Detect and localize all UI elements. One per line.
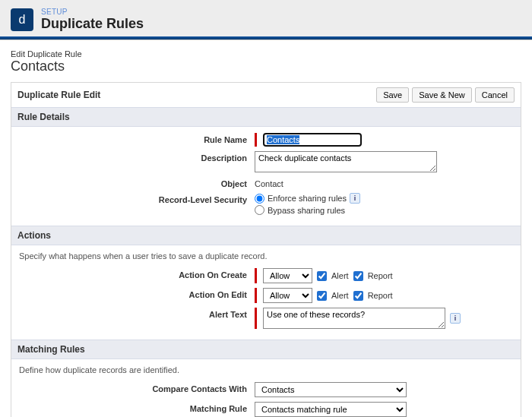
create-report-label: Report: [368, 271, 393, 280]
edit-alert-label: Alert: [331, 291, 349, 300]
rls-enforce-label: Enforce sharing rules: [268, 194, 347, 203]
setup-label: SETUP: [41, 8, 144, 16]
create-report-checkbox[interactable]: [353, 271, 363, 281]
edit-report-checkbox[interactable]: [353, 291, 363, 301]
description-textarea[interactable]: [255, 151, 437, 172]
rls-bypass-radio[interactable]: [255, 205, 264, 215]
actions-help: Specify what happens when a user tries t…: [19, 251, 513, 264]
panel-title: Duplicate Rule Edit: [17, 90, 100, 100]
matching-section: Matching Rules: [11, 340, 521, 359]
rule-name-input[interactable]: [263, 133, 362, 147]
rls-bypass-label: Bypass sharing rules: [268, 206, 345, 215]
alert-text-label: Alert Text: [19, 308, 255, 319]
page-title: Duplicate Rules: [41, 16, 144, 32]
info-icon[interactable]: i: [350, 193, 360, 204]
object-value: Contact: [255, 177, 283, 188]
required-mark-icon: [255, 268, 257, 283]
edit-panel: Duplicate Rule Edit Save Save & New Canc…: [11, 82, 521, 417]
setup-header: d SETUP Duplicate Rules: [0, 0, 532, 40]
cancel-button[interactable]: Cancel: [475, 87, 515, 103]
app-icon: d: [11, 8, 33, 31]
matching-rule-select[interactable]: Contacts matching rule: [255, 402, 407, 417]
info-icon[interactable]: i: [450, 313, 461, 324]
alert-text-textarea[interactable]: [263, 308, 445, 329]
edit-report-label: Report: [368, 291, 393, 300]
save-and-new-button[interactable]: Save & New: [412, 87, 472, 103]
action-on-edit-select[interactable]: Allow: [263, 288, 312, 303]
action-on-edit-label: Action On Edit: [19, 288, 255, 299]
rule-name-label: Rule Name: [19, 133, 255, 144]
create-alert-label: Alert: [331, 271, 349, 280]
actions-section: Actions: [11, 226, 521, 245]
edit-alert-checkbox[interactable]: [317, 291, 327, 301]
required-mark-icon: [255, 133, 257, 147]
matching-rule-label: Matching Rule: [19, 402, 255, 413]
save-button[interactable]: Save: [376, 87, 409, 103]
object-label: Object: [19, 177, 255, 188]
record-name: Contacts: [11, 58, 521, 74]
action-on-create-select[interactable]: Allow: [263, 268, 312, 283]
description-label: Description: [19, 151, 255, 163]
required-mark-icon: [255, 288, 257, 303]
rls-label: Record-Level Security: [19, 193, 255, 204]
edit-prefix: Edit Duplicate Rule: [11, 49, 521, 58]
create-alert-checkbox[interactable]: [317, 271, 327, 281]
action-on-create-label: Action On Create: [19, 268, 255, 280]
compare-with-select[interactable]: Contacts: [255, 382, 407, 397]
compare-with-label: Compare Contacts With: [19, 382, 255, 393]
required-mark-icon: [255, 308, 257, 329]
matching-help: Define how duplicate records are identif…: [19, 365, 513, 378]
rule-details-section: Rule Details: [11, 107, 521, 127]
rls-enforce-radio[interactable]: [255, 194, 264, 204]
